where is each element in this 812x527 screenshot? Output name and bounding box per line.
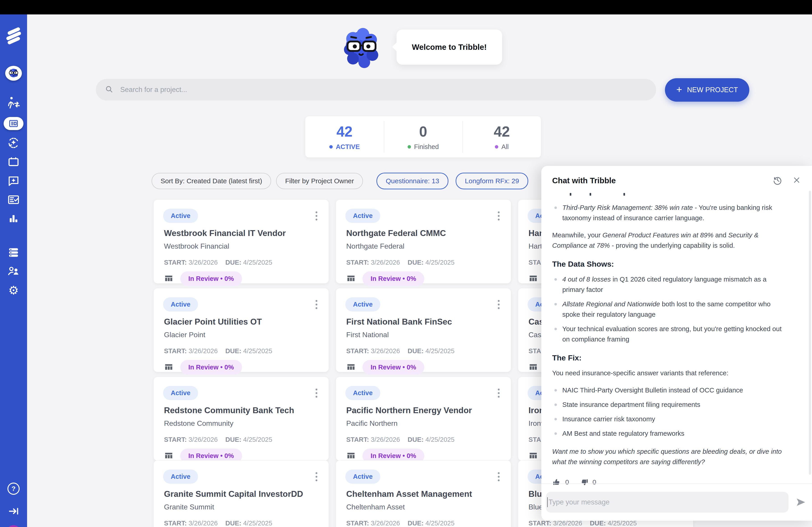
card-menu-button[interactable] <box>314 299 319 311</box>
card-menu-button[interactable] <box>496 471 501 483</box>
review-progress-badge: In Review • 0% <box>362 271 424 286</box>
table-icon <box>346 362 356 373</box>
chat-composer <box>541 483 812 521</box>
card-menu-button[interactable] <box>314 210 319 222</box>
status-badge: Active <box>345 386 380 400</box>
card-menu-button[interactable] <box>496 387 501 399</box>
project-client: Pacific Northern <box>346 419 398 427</box>
chat-input-box[interactable] <box>546 492 788 513</box>
data-stack-icon[interactable] <box>0 243 27 261</box>
project-dates: START: 3/26/2026 DUE: 4/25/2025 <box>346 347 454 355</box>
chat-message-input[interactable] <box>548 498 752 507</box>
project-search[interactable] <box>96 79 656 101</box>
table-icon <box>528 362 538 373</box>
table-icon <box>164 362 173 373</box>
help-icon[interactable]: ? <box>0 480 27 498</box>
project-title: Cheltenham Asset Management <box>346 490 472 499</box>
project-card[interactable]: Active Granite Summit Capital InvestorDD… <box>154 460 329 527</box>
projects-icon-active[interactable] <box>0 115 27 133</box>
collapse-icon[interactable] <box>0 502 27 520</box>
project-card[interactable]: Active Northgate Federal CMMC Northgate … <box>336 199 511 284</box>
status-badge: Active <box>345 297 380 312</box>
text-caret <box>547 497 548 507</box>
sync-sparkle-icon[interactable] <box>0 134 27 152</box>
project-client: Cheltenham Asset <box>346 503 405 511</box>
project-dates: START: 3/26/2026 DUE: 4/25/2025 <box>164 259 272 266</box>
chat-message: Third-Party Risk Management: 38% win rat… <box>541 189 812 487</box>
table-icon <box>346 274 356 284</box>
stat-tab[interactable]: 42 ACTIVE <box>305 116 384 157</box>
settings-icon[interactable]: ⚙ <box>0 281 27 299</box>
card-menu-button[interactable] <box>314 387 319 399</box>
chat-bullet: Your technical evaluation scores are str… <box>552 324 787 344</box>
project-dates: START: 3/26/2026 DUE: 4/25/2025 <box>346 436 454 443</box>
chat-bullet: Insurance carrier risk taxonomy <box>552 414 787 424</box>
chat-history-icon[interactable] <box>772 175 783 186</box>
search-icon <box>104 85 114 95</box>
chat-heading-data-shows: The Data Shows: <box>552 259 787 269</box>
chat-bullet: AM Best and state regulatory frameworks <box>552 428 787 439</box>
send-icon[interactable] <box>795 496 807 508</box>
search-input[interactable] <box>120 86 617 94</box>
project-card[interactable]: Active Westbrook Financial IT Vendor Wes… <box>154 199 329 284</box>
top-bar <box>0 0 812 14</box>
mascot-avatar-icon[interactable] <box>0 63 27 84</box>
filter-chip[interactable]: Longform RFx: 29 <box>455 173 528 189</box>
project-dates: START: 3/26/2026 DUE: 4/25/2025 <box>164 436 272 443</box>
stat-dot <box>329 145 333 149</box>
chat-sparkle-icon[interactable] <box>0 172 27 190</box>
filter-chip[interactable]: Sort By: Created Date (latest first) <box>151 173 271 189</box>
filter-bar: Sort By: Created Date (latest first) Fil… <box>151 173 528 189</box>
project-dates: START: 3/26/2026 DUE: 4/25/2025 <box>164 520 272 527</box>
welcome-text: Welcome to Tribble! <box>412 43 487 51</box>
project-card[interactable]: Active Cheltenham Asset Management Chelt… <box>336 460 511 527</box>
card-menu-button[interactable] <box>496 299 501 311</box>
table-icon <box>346 451 356 461</box>
team-icon[interactable] <box>0 262 27 281</box>
project-client: Redstone Community <box>164 419 233 427</box>
handoff-icon[interactable] <box>0 94 27 112</box>
project-card[interactable]: Active Redstone Community Bank Tech Reds… <box>154 377 329 461</box>
review-progress-badge: In Review • 0% <box>180 271 242 286</box>
project-client: Westbrook Financial <box>164 242 229 251</box>
project-client: First National <box>346 331 389 339</box>
tribble-logo-icon[interactable] <box>0 25 27 47</box>
analytics-icon[interactable] <box>0 210 27 228</box>
card-menu-button[interactable] <box>496 210 501 222</box>
welcome-bubble: Welcome to Tribble! <box>396 30 502 65</box>
project-client: Glacier Point <box>164 331 205 339</box>
project-card[interactable]: Active First National Bank FinSec First … <box>336 288 511 372</box>
chat-panel: Chat with Tribble <box>541 166 812 521</box>
stat-dot <box>495 145 498 149</box>
project-dates: START: 3/26/2026 DUE: 4/25/2025 <box>346 520 454 527</box>
project-card[interactable]: Active Glacier Point Utilities OT Glacie… <box>154 288 329 372</box>
calendar-icon[interactable] <box>0 153 27 171</box>
stat-tab[interactable]: 0 Finished <box>384 116 463 157</box>
project-title: Glacier Point Utilities OT <box>164 317 262 327</box>
project-client: Granite Summit <box>164 503 214 511</box>
project-dates: START: 3/26/2026 DUE: 4/25/2025 <box>164 347 272 355</box>
status-badge: Active <box>163 386 198 400</box>
plus-icon: + <box>676 84 682 95</box>
review-progress-badge: In Review • 0% <box>362 360 424 375</box>
table-icon <box>528 274 538 284</box>
filter-chip[interactable]: Questionnaire: 13 <box>376 173 448 189</box>
user-avatar[interactable]: TK <box>0 523 27 527</box>
project-client: Northgate Federal <box>346 242 404 251</box>
filter-chip[interactable]: Filter by Project Owner <box>276 173 363 189</box>
status-badge: Active <box>163 297 198 312</box>
chat-bullet: State insurance department filing requir… <box>552 400 787 410</box>
chat-heading-fix: The Fix: <box>552 352 787 363</box>
chat-close-icon[interactable] <box>792 176 801 185</box>
table-icon <box>528 451 538 461</box>
project-stats: 42 ACTIVE 0 Finished 42 All <box>305 116 541 158</box>
review-checklist-icon[interactable] <box>0 191 27 209</box>
app-root: ⚙ ? TK <box>0 0 812 527</box>
project-card[interactable]: Active Pacific Northern Energy Vendor Pa… <box>336 377 511 461</box>
tribble-mascot <box>339 24 382 70</box>
stat-tab[interactable]: 42 All <box>462 116 541 157</box>
card-menu-button[interactable] <box>314 471 319 483</box>
project-title: Redstone Community Bank Tech <box>164 406 294 415</box>
chat-scrollbar[interactable] <box>809 191 811 475</box>
new-project-button[interactable]: + NEW PROJECT <box>665 78 749 102</box>
